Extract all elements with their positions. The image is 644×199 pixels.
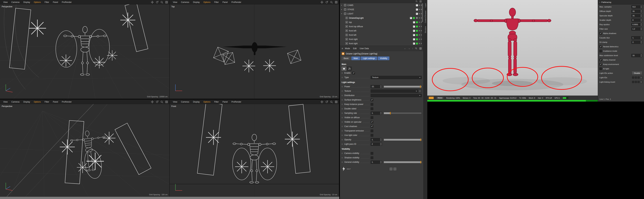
tab-basic[interactable]: Basic — [342, 57, 351, 60]
keyframe-dot[interactable] — [342, 99, 343, 101]
menu-view[interactable]: View — [171, 101, 179, 103]
octane-tag-icon[interactable] — [413, 17, 415, 19]
object-row[interactable]: ▸ CAMS — [340, 3, 424, 7]
panel-options-icon[interactable] — [419, 47, 422, 50]
noise-badge[interactable]: Noise — [436, 97, 444, 99]
light-ids-action-button[interactable]: Disable — [632, 72, 642, 75]
enabled-tag-icon[interactable] — [410, 17, 412, 19]
object-row[interactable]: front right — [340, 41, 424, 46]
stepper[interactable]: ▲▼ — [380, 142, 382, 146]
power-input[interactable]: 22. — [371, 85, 380, 88]
menu-panel[interactable]: Panel — [51, 101, 60, 103]
enabled-tag-icon[interactable] — [413, 26, 415, 28]
keyframe-dot[interactable] — [342, 143, 343, 145]
stepper[interactable]: ▲▼ — [380, 138, 382, 141]
viewport-canvas[interactable]: Front Grid Spacing : 10 cm — [170, 104, 339, 196]
editor-visibility-dot[interactable] — [419, 22, 420, 23]
light-burst-icon[interactable] — [107, 50, 117, 61]
opacity-slider[interactable] — [384, 139, 422, 141]
editor-visibility-dot[interactable] — [419, 13, 420, 14]
stepper[interactable]: ▲▼ — [640, 19, 642, 22]
menu-prorender[interactable]: ProRender — [230, 101, 243, 103]
keyframe-dot[interactable] — [342, 153, 343, 154]
pan-icon[interactable] — [151, 1, 154, 4]
keyframe-dot[interactable] — [342, 77, 343, 78]
octane-tag-icon[interactable] — [416, 34, 418, 36]
distribution-dropdown[interactable] — [371, 94, 422, 97]
light-burst-icon[interactable] — [120, 13, 135, 28]
editor-visibility-dot[interactable] — [419, 17, 420, 19]
light-burst-icon[interactable] — [29, 20, 46, 37]
pan-icon[interactable] — [151, 101, 154, 103]
object-row[interactable]: front left — [340, 29, 424, 33]
type-dropdown[interactable]: Texture — [371, 76, 422, 79]
keyframe-dot[interactable] — [342, 95, 343, 96]
enabled-tag-icon[interactable] — [413, 43, 415, 45]
cast-shadows-checkbox[interactable] — [371, 125, 373, 128]
menu-filter[interactable]: Filter — [43, 101, 51, 103]
xpresso-lightning-icon[interactable] — [342, 167, 345, 171]
object-row[interactable]: front top diffuse — [340, 24, 424, 29]
menu-cameras[interactable]: Cameras — [179, 101, 191, 103]
keyframe-dot[interactable] — [342, 126, 343, 127]
light-burst-icon[interactable] — [103, 132, 116, 145]
search-icon[interactable] — [416, 0, 418, 3]
visible-on-diffuse-checkbox[interactable] — [371, 116, 373, 119]
nested-dielectrics-checkbox[interactable] — [600, 45, 602, 48]
light-id-toggle[interactable] — [635, 77, 637, 79]
light-burst-icon[interactable] — [60, 139, 75, 154]
forward-arrow-icon[interactable]: → — [408, 47, 410, 50]
maximize-viewport-icon[interactable] — [335, 1, 338, 4]
camera-visibility-checkbox[interactable] — [371, 152, 373, 155]
menu-user-data[interactable]: User Data — [358, 47, 370, 50]
texture-dropdown[interactable] — [371, 89, 418, 93]
texture-emission-icon[interactable] — [347, 67, 352, 71]
render-view[interactable] — [427, 0, 598, 96]
max-subdivision-input[interactable]: 10. — [632, 54, 640, 57]
transparent-emission-checkbox[interactable] — [371, 130, 373, 132]
light-pass-id-input[interactable]: 2 — [371, 142, 380, 146]
menu-cameras[interactable]: Cameras — [10, 101, 22, 103]
keep-instance-power-checkbox[interactable] — [371, 103, 373, 106]
hamburger-icon[interactable]: ≡ — [342, 47, 343, 50]
tab-main[interactable]: Main — [351, 57, 360, 60]
menu-filter[interactable]: Filter — [43, 1, 51, 4]
max-samples-input[interactable]: 512. — [632, 5, 640, 9]
keyframe-dot[interactable] — [342, 121, 343, 123]
menu-options[interactable]: Options — [202, 1, 212, 4]
sampling-rate-slider[interactable] — [384, 112, 422, 114]
light-burst-icon[interactable] — [261, 160, 274, 173]
keyframe-dot[interactable] — [342, 72, 343, 74]
octane-tag-icon[interactable] — [416, 30, 418, 32]
menu-view[interactable]: View — [1, 1, 10, 4]
ray-epsilon-input[interactable]: 0.0001 — [632, 23, 640, 26]
viewport-canvas[interactable]: Top Grid Spacing : 10 cm — [170, 5, 339, 99]
dock-tab-layer[interactable]: Layer — [424, 3, 426, 7]
area-light-plane[interactable] — [214, 47, 301, 65]
tab-visibility[interactable]: Visibility — [378, 57, 390, 60]
object-row[interactable]: ▾ LIGHT — [340, 12, 424, 16]
menu-display[interactable]: Display — [22, 101, 32, 103]
object-row[interactable]: ▸ STAGE — [340, 7, 424, 12]
stepper[interactable]: ▲▼ — [380, 85, 382, 88]
viewport-canvas[interactable]: Perspective Grid Spacing : 100 cm — [0, 104, 169, 196]
snapshot-icon[interactable] — [390, 168, 392, 170]
zoom-icon[interactable] — [330, 101, 333, 103]
maximize-viewport-icon[interactable] — [165, 101, 168, 103]
orbit-icon[interactable] — [156, 1, 158, 4]
filter-size-input[interactable]: 1.2 — [632, 27, 640, 31]
menu-panel[interactable]: Panel — [220, 1, 230, 4]
editor-visibility-dot[interactable] — [419, 30, 420, 31]
octane-tag-icon[interactable] — [416, 38, 418, 40]
specular-depth-input[interactable]: 16. — [632, 14, 640, 17]
light-burst-icon[interactable] — [206, 130, 221, 145]
keyframe-dot[interactable] — [342, 104, 343, 105]
menu-view[interactable]: View — [1, 101, 10, 103]
enabled-tag-icon[interactable] — [416, 13, 418, 15]
editor-visibility-dot[interactable] — [419, 39, 420, 40]
enabled-tag-icon[interactable] — [413, 38, 415, 40]
light-id-toggle[interactable] — [632, 77, 634, 79]
object-row[interactable]: top — [340, 20, 424, 24]
menu-prorender[interactable]: ProRender — [60, 101, 74, 103]
keyframe-dot[interactable] — [342, 157, 343, 158]
